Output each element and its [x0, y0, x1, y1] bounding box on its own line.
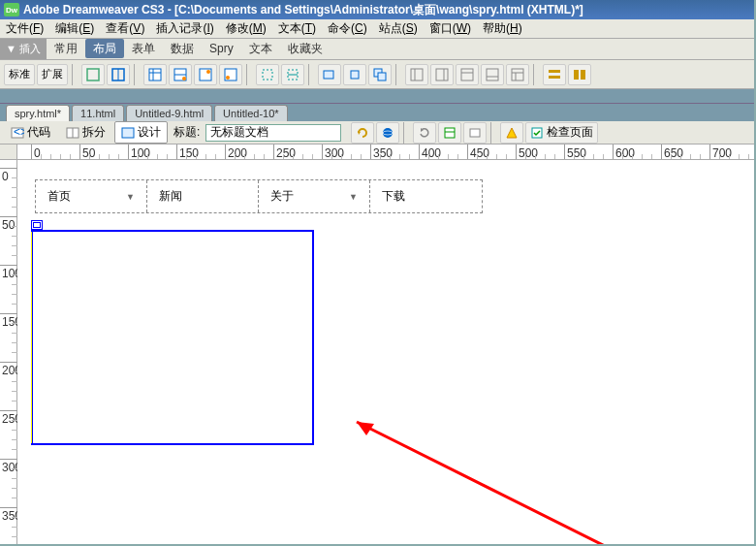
frame-icon-4[interactable] [481, 64, 504, 85]
menu-item-t[interactable]: 文本(T) [272, 18, 322, 39]
check-page-button[interactable]: 检查页面 [525, 122, 598, 144]
spry-menu-item-2[interactable]: 关于▼ [259, 180, 370, 212]
insert-tab-1[interactable]: 布局 [85, 39, 124, 58]
frame-icon-5[interactable] [506, 64, 529, 85]
insert-bar: ▼ 插入 常用布局表单数据Spry文本收藏夹 [0, 39, 754, 60]
layout-toolbar: 标准 扩展 [0, 60, 754, 89]
menu-item-v[interactable]: 查看(V) [100, 18, 150, 39]
menu-item-f[interactable]: 文件(F) [0, 18, 49, 39]
extended-button[interactable]: 扩展 [37, 64, 68, 85]
menu-bar: 文件(F)编辑(E)查看(V)插入记录(I)修改(M)文本(T)命令(C)站点(… [0, 19, 754, 39]
document-tabs: spry.html*11.htmlUntitled-9.htmlUntitled… [0, 104, 754, 121]
separator [134, 64, 140, 85]
spry-menu-item-3[interactable]: 下载 [370, 180, 482, 212]
split-view-button[interactable]: 拆分 [59, 121, 112, 144]
insert-tab-3[interactable]: 数据 [163, 39, 202, 58]
ruler-corner [0, 145, 17, 160]
selection-handle[interactable] [31, 220, 43, 230]
browser-icon[interactable] [376, 122, 399, 144]
svg-rect-20 [411, 69, 423, 80]
svg-rect-44 [445, 128, 455, 138]
svg-marker-47 [507, 128, 517, 138]
app-logo: Dw [4, 3, 19, 16]
svg-rect-0 [87, 69, 99, 80]
table-icon-1[interactable] [143, 64, 167, 85]
document-tab-2[interactable]: Untitled-9.html [126, 105, 212, 121]
menu-item-c[interactable]: 命令(C) [322, 18, 373, 39]
document-tab-0[interactable]: spry.html* [6, 105, 70, 121]
insert-tab-4[interactable]: Spry [202, 39, 241, 58]
layer-icon-3[interactable] [368, 64, 392, 85]
menu-item-h[interactable]: 帮助(H) [477, 18, 528, 39]
design-canvas[interactable]: 首页▼新闻关于▼下载 [17, 160, 754, 544]
svg-rect-46 [470, 129, 480, 137]
vertical-ruler: 050100150200250300350 [0, 160, 17, 544]
svg-point-8 [182, 77, 186, 80]
menu-item-e[interactable]: 编辑(E) [49, 18, 100, 39]
design-view-button[interactable]: 设计 [114, 121, 168, 144]
layout-icon-1[interactable] [81, 64, 105, 85]
svg-rect-28 [512, 69, 523, 80]
visual-aids-icon[interactable] [463, 122, 487, 144]
svg-rect-31 [549, 70, 560, 73]
horizontal-ruler: 0501001502002503003504004505005506006507… [17, 145, 754, 160]
title-label: 标题: [170, 124, 204, 141]
separator [72, 64, 78, 85]
view-options-icon[interactable] [438, 122, 461, 144]
svg-point-12 [226, 76, 230, 80]
insert-tab-5[interactable]: 文本 [241, 39, 280, 58]
workspace: 050100150200250300350 首页▼新闻关于▼下载 [0, 160, 754, 544]
insert-tab-6[interactable]: 收藏夹 [280, 39, 331, 58]
layer-icon-2[interactable] [343, 64, 366, 85]
frame-icon-2[interactable] [430, 64, 454, 85]
refresh-icon[interactable] [351, 122, 374, 144]
menu-item-w[interactable]: 窗口(W) [424, 18, 477, 39]
svg-rect-13 [263, 70, 272, 80]
validate-icon[interactable] [500, 122, 523, 144]
svg-rect-34 [581, 70, 585, 80]
separator [246, 64, 252, 85]
title-bar: Dw Adobe Dreamweaver CS3 - [C:\Documents… [0, 0, 754, 19]
layer-icon-1[interactable] [318, 64, 341, 85]
reload-icon[interactable] [413, 122, 436, 144]
div-icon-2[interactable] [281, 64, 304, 85]
selected-div-element[interactable] [31, 230, 314, 445]
separator [308, 64, 314, 85]
spry-menu-bar[interactable]: 首页▼新闻关于▼下载 [35, 179, 483, 213]
svg-rect-32 [549, 76, 560, 79]
frame-icon-3[interactable] [456, 64, 479, 85]
separator [403, 122, 409, 144]
separator [395, 64, 401, 85]
spry-menu-item-0[interactable]: 首页▼ [36, 180, 147, 212]
document-tab-1[interactable]: 11.html [72, 105, 124, 121]
svg-rect-3 [149, 69, 161, 80]
spry-menu-item-1[interactable]: 新闻 [147, 180, 259, 212]
title-input[interactable] [205, 124, 341, 142]
svg-rect-39 [122, 128, 134, 138]
svg-rect-16 [324, 71, 333, 79]
spry-icon-1[interactable] [543, 64, 566, 85]
table-icon-4[interactable] [219, 64, 242, 85]
table-icon-3[interactable] [194, 64, 217, 85]
insert-tab-2[interactable]: 表单 [124, 39, 163, 58]
panel-gap [0, 89, 754, 104]
document-tab-3[interactable]: Untitled-10* [214, 105, 287, 121]
table-icon-2[interactable] [169, 64, 192, 85]
menu-item-s[interactable]: 站点(S) [373, 18, 424, 39]
code-view-button[interactable]: <>代码 [4, 121, 57, 144]
svg-line-49 [357, 422, 686, 546]
document-toolbar: <>代码 拆分 设计 标题: 检查页面 [0, 121, 754, 145]
svg-rect-33 [574, 70, 579, 80]
div-icon-1[interactable] [256, 64, 279, 85]
svg-rect-26 [487, 69, 498, 80]
menu-item-m[interactable]: 修改(M) [220, 18, 272, 39]
insert-expand-tab[interactable]: ▼ 插入 [0, 39, 47, 59]
spry-icon-2[interactable] [568, 64, 591, 85]
frame-icon-1[interactable] [405, 64, 428, 85]
menu-item-i[interactable]: 插入记录(I) [150, 18, 219, 39]
standard-button[interactable]: 标准 [4, 64, 35, 85]
insert-tab-0[interactable]: 常用 [47, 39, 85, 58]
window-title: Adobe Dreamweaver CS3 - [C:\Documents an… [23, 2, 583, 18]
separator [533, 64, 539, 85]
layout-icon-2[interactable] [107, 64, 130, 85]
